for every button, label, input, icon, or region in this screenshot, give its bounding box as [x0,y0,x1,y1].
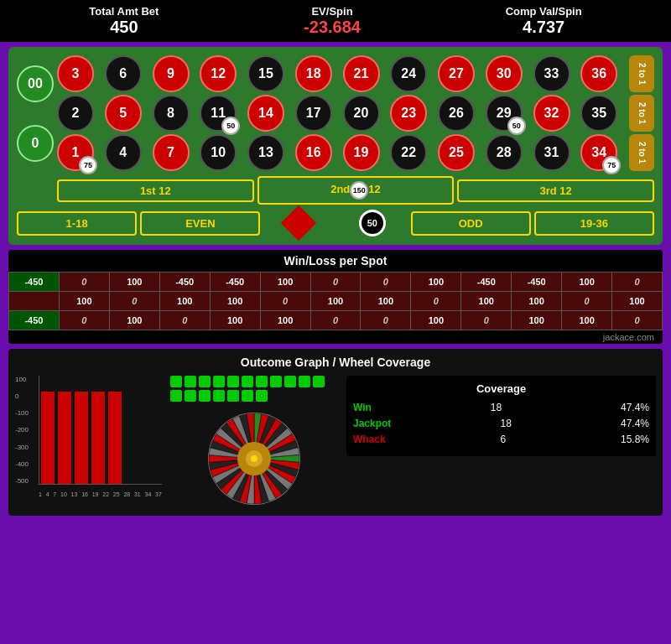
bar-chart-container: 100 0 -100 -200 -300 -400 -500 1 4 7 10 [15,376,162,497]
num-cell-32[interactable]: 32 [533,95,570,132]
num-cell-17[interactable]: 17 [295,95,332,132]
comp-val-value: 4.737 [506,18,582,37]
num-cell-29[interactable]: 2950 [486,95,523,132]
num-cell-16[interactable]: 16 [295,134,332,171]
num-cell-11[interactable]: 1150 [200,95,237,132]
diamond-cell[interactable] [263,210,334,236]
num-cell-28[interactable]: 28 [486,134,523,171]
dozen-1[interactable]: 1st 12 [57,179,254,202]
num-cell-20[interactable]: 20 [343,95,380,132]
num-cell-33[interactable]: 33 [533,55,570,92]
num-cell-21[interactable]: 21 [343,55,380,92]
2to1-bot[interactable]: 2 to 1 [629,134,654,171]
wl-cell-2-9: 0 [461,311,511,330]
wl-cell-2-0: -450 [9,311,59,330]
num-cell-8[interactable]: 8 [153,95,190,132]
bar-3 [75,392,88,484]
outcome-body: 100 0 -100 -200 -300 -400 -500 1 4 7 10 [15,376,656,509]
coverage-win-row: Win 18 47.4% [353,402,649,413]
dozen-3[interactable]: 3rd 12 [457,179,654,202]
jackpot-label: Jackpot [353,418,391,429]
dots-wheel-col [170,376,338,509]
green-dot-0 [170,376,182,387]
green-dot-2 [199,376,211,387]
even-cell-1-18[interactable]: 1-18 [17,211,137,236]
wl-cell-2-8: 100 [411,311,460,330]
num-cell-36[interactable]: 36 [580,55,617,92]
zero[interactable]: 0 [17,125,54,162]
num-cell-19[interactable]: 19 [343,134,380,171]
wl-cell-0-8: 100 [411,273,460,291]
num-cell-7[interactable]: 7 [153,134,190,171]
wl-cell-2-3: 0 [160,311,210,330]
green-dot-6 [256,376,268,387]
num-cell-23[interactable]: 23 [390,95,427,132]
chip-1: 75 [79,156,97,174]
wl-cell-1-0 [9,292,59,310]
green-dots-row [170,376,338,402]
winloss-header: Win/Loss per Spot [8,250,663,272]
num-cell-14[interactable]: 14 [247,95,284,132]
num-cell-3[interactable]: 3 [57,55,94,92]
wl-cell-0-7: 0 [361,273,410,291]
green-dot-5 [242,376,253,387]
wl-cell-2-6: 0 [311,311,361,330]
stats-bar: Total Amt Bet 450 EV/Spin -23.684 Comp V… [0,0,671,42]
green-dot-10 [313,376,325,387]
outcome-section: Outcome Graph / Wheel Coverage 100 0 -10… [8,349,663,516]
num-cell-6[interactable]: 6 [105,55,142,92]
whack-label: Whack [353,434,386,445]
num-cell-10[interactable]: 10 [200,134,237,171]
win-count: 18 [491,402,502,413]
winloss-grid: -4500100-450-45010000100-450-45010001000… [8,272,663,330]
dozen-2[interactable]: 2nd15012 [257,176,455,205]
num-cell-35[interactable]: 35 [580,95,617,132]
num-cell-2[interactable]: 2 [57,95,94,132]
num-cell-18[interactable]: 18 [295,55,332,92]
num-cell-31[interactable]: 31 [533,134,570,171]
num-cell-12[interactable]: 12 [200,55,237,92]
bar-5 [108,392,122,484]
wl-cell-1-3: 100 [160,292,210,310]
num-cell-27[interactable]: 27 [438,55,475,92]
wl-cell-1-12: 100 [612,292,662,310]
chip-34: 75 [602,156,621,174]
num-cell-24[interactable]: 24 [390,55,427,92]
total-amt-label: Total Amt Bet [89,5,159,18]
num-cell-26[interactable]: 26 [438,95,475,132]
coverage-jackpot-row: Jackpot 18 47.4% [353,418,649,429]
coverage-title: Coverage [353,382,649,395]
bar-4 [91,392,105,484]
num-cell-25[interactable]: 25 [438,134,475,171]
ev-spin-stat: EV/Spin -23.684 [304,5,361,37]
x-labels: 1 4 7 10 13 16 19 22 25 28 31 34 37 [39,491,162,497]
num-cell-34[interactable]: 3475 [580,134,617,171]
2to1-mid[interactable]: 2 to 1 [629,95,654,132]
wl-cell-0-3: -450 [160,273,210,291]
2to1-top[interactable]: 2 to 1 [629,55,654,92]
wl-cell-1-8: 0 [411,292,460,310]
green-dot-3 [213,376,225,387]
double-zero[interactable]: 00 [17,65,54,102]
even-cell-odd[interactable]: ODD [411,211,531,236]
grid-container: 00 0 36912151821242730333625811501417202… [17,55,654,171]
num-cell-1[interactable]: 175 [57,134,94,171]
wheel-svg [204,408,304,509]
even-cell-even[interactable]: EVEN [140,211,260,236]
wl-cell-0-12: 0 [612,273,662,291]
num-cell-13[interactable]: 13 [247,134,284,171]
green-dot-7 [270,376,282,387]
wl-cell-0-9: -450 [461,273,511,291]
num-cell-15[interactable]: 15 [247,55,284,92]
wl-cell-0-1: 0 [60,273,109,291]
num-cell-30[interactable]: 30 [486,55,523,92]
chip-50-cell: 50 [337,210,408,236]
num-cell-9[interactable]: 9 [153,55,190,92]
num-cell-22[interactable]: 22 [390,134,427,171]
wl-cell-0-2: 100 [110,273,159,291]
num-cell-5[interactable]: 5 [105,95,142,132]
even-cell-19-36[interactable]: 19-36 [534,211,654,236]
jackpot-pct: 47.4% [621,418,649,429]
num-cell-4[interactable]: 4 [105,134,142,171]
wl-cell-1-7: 100 [361,292,410,310]
